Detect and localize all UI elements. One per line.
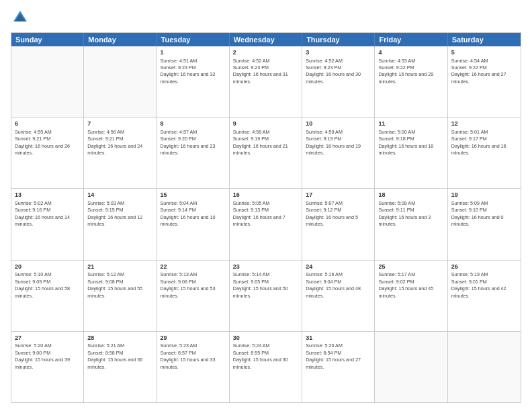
- day-info: Sunrise: 4:53 AM Sunset: 9:22 PM Dayligh…: [378, 58, 443, 86]
- day-info: Sunrise: 5:05 AM Sunset: 9:13 PM Dayligh…: [233, 200, 298, 228]
- day-number: 20: [15, 263, 80, 271]
- calendar-cell: 29Sunrise: 5:23 AM Sunset: 8:57 PM Dayli…: [157, 332, 230, 402]
- day-info: Sunrise: 4:58 AM Sunset: 9:19 PM Dayligh…: [233, 129, 298, 157]
- weekday-header: Wednesday: [230, 33, 302, 46]
- day-number: 14: [87, 191, 152, 199]
- calendar-cell: 23Sunrise: 5:14 AM Sunset: 9:05 PM Dayli…: [230, 261, 302, 331]
- calendar-cell: 21Sunrise: 5:12 AM Sunset: 9:08 PM Dayli…: [84, 261, 157, 331]
- day-number: 7: [87, 120, 152, 128]
- day-info: Sunrise: 5:17 AM Sunset: 9:02 PM Dayligh…: [378, 271, 443, 300]
- day-info: Sunrise: 5:23 AM Sunset: 8:57 PM Dayligh…: [161, 342, 226, 371]
- calendar-cell: 9Sunrise: 4:58 AM Sunset: 9:19 PM Daylig…: [230, 118, 302, 188]
- day-info: Sunrise: 5:03 AM Sunset: 9:15 PM Dayligh…: [87, 200, 152, 228]
- day-info: Sunrise: 5:20 AM Sunset: 9:00 PM Dayligh…: [15, 342, 80, 371]
- header: [11, 8, 521, 27]
- calendar-cell: 25Sunrise: 5:17 AM Sunset: 9:02 PM Dayli…: [375, 261, 447, 331]
- calendar-cell: 5Sunrise: 4:54 AM Sunset: 9:22 PM Daylig…: [448, 46, 521, 117]
- day-number: 8: [161, 120, 226, 128]
- day-number: 15: [161, 191, 226, 199]
- day-number: 31: [306, 334, 371, 342]
- calendar-cell: 26Sunrise: 5:19 AM Sunset: 9:01 PM Dayli…: [448, 261, 521, 331]
- day-number: 26: [451, 263, 517, 271]
- calendar-row: 27Sunrise: 5:20 AM Sunset: 9:00 PM Dayli…: [11, 331, 521, 402]
- calendar-cell: 2Sunrise: 4:52 AM Sunset: 9:23 PM Daylig…: [230, 46, 302, 117]
- weekday-header: Friday: [375, 33, 447, 46]
- day-info: Sunrise: 4:52 AM Sunset: 9:23 PM Dayligh…: [306, 58, 371, 86]
- day-number: 17: [306, 191, 371, 199]
- weekday-header: Sunday: [11, 33, 84, 46]
- day-number: 24: [306, 263, 371, 271]
- day-number: 4: [378, 48, 443, 57]
- calendar-cell: 31Sunrise: 5:26 AM Sunset: 8:54 PM Dayli…: [302, 332, 375, 402]
- day-info: Sunrise: 4:51 AM Sunset: 9:23 PM Dayligh…: [161, 58, 226, 86]
- calendar-cell: [11, 46, 84, 117]
- weekday-header: Tuesday: [157, 33, 230, 46]
- day-number: 22: [161, 263, 226, 271]
- calendar-cell: [84, 46, 157, 117]
- day-number: 10: [306, 120, 371, 128]
- day-info: Sunrise: 4:59 AM Sunset: 9:19 PM Dayligh…: [306, 129, 371, 157]
- calendar-cell: 19Sunrise: 5:09 AM Sunset: 9:10 PM Dayli…: [448, 189, 521, 259]
- calendar-row: 13Sunrise: 5:02 AM Sunset: 9:16 PM Dayli…: [11, 188, 521, 259]
- day-info: Sunrise: 5:02 AM Sunset: 9:16 PM Dayligh…: [15, 200, 80, 228]
- day-number: 11: [378, 120, 443, 128]
- calendar-cell: 18Sunrise: 5:08 AM Sunset: 9:11 PM Dayli…: [375, 189, 447, 259]
- calendar-cell: 16Sunrise: 5:05 AM Sunset: 9:13 PM Dayli…: [230, 189, 302, 259]
- day-number: 12: [451, 120, 517, 128]
- calendar-cell: 14Sunrise: 5:03 AM Sunset: 9:15 PM Dayli…: [84, 189, 157, 259]
- day-number: 30: [233, 334, 298, 342]
- day-info: Sunrise: 4:56 AM Sunset: 9:21 PM Dayligh…: [87, 129, 152, 157]
- calendar-cell: 27Sunrise: 5:20 AM Sunset: 9:00 PM Dayli…: [11, 332, 84, 402]
- day-info: Sunrise: 4:54 AM Sunset: 9:22 PM Dayligh…: [451, 58, 517, 86]
- calendar-cell: 12Sunrise: 5:01 AM Sunset: 9:17 PM Dayli…: [448, 118, 521, 188]
- day-info: Sunrise: 5:24 AM Sunset: 8:55 PM Dayligh…: [233, 342, 298, 371]
- day-info: Sunrise: 5:19 AM Sunset: 9:01 PM Dayligh…: [451, 271, 517, 300]
- day-info: Sunrise: 4:55 AM Sunset: 9:21 PM Dayligh…: [15, 129, 80, 157]
- day-number: 27: [15, 334, 80, 342]
- day-number: 29: [161, 334, 226, 342]
- day-number: 18: [378, 191, 443, 199]
- calendar-body: 1Sunrise: 4:51 AM Sunset: 9:23 PM Daylig…: [11, 46, 521, 402]
- day-info: Sunrise: 5:13 AM Sunset: 9:06 PM Dayligh…: [161, 271, 226, 300]
- day-info: Sunrise: 5:12 AM Sunset: 9:08 PM Dayligh…: [87, 271, 152, 300]
- calendar-cell: 3Sunrise: 4:52 AM Sunset: 9:23 PM Daylig…: [302, 46, 375, 117]
- calendar-cell: 28Sunrise: 5:21 AM Sunset: 8:58 PM Dayli…: [84, 332, 157, 402]
- calendar-cell: 24Sunrise: 5:16 AM Sunset: 9:04 PM Dayli…: [302, 261, 375, 331]
- day-number: 13: [15, 191, 80, 199]
- calendar-header: SundayMondayTuesdayWednesdayThursdayFrid…: [11, 33, 521, 46]
- calendar-cell: 30Sunrise: 5:24 AM Sunset: 8:55 PM Dayli…: [230, 332, 302, 402]
- day-info: Sunrise: 5:09 AM Sunset: 9:10 PM Dayligh…: [451, 200, 517, 228]
- calendar-cell: 22Sunrise: 5:13 AM Sunset: 9:06 PM Dayli…: [157, 261, 230, 331]
- calendar-cell: [375, 332, 447, 402]
- day-info: Sunrise: 5:16 AM Sunset: 9:04 PM Dayligh…: [306, 271, 371, 300]
- day-info: Sunrise: 5:21 AM Sunset: 8:58 PM Dayligh…: [87, 342, 152, 371]
- calendar: SundayMondayTuesdayWednesdayThursdayFrid…: [11, 32, 521, 403]
- logo: [11, 8, 32, 27]
- day-number: 21: [87, 263, 152, 271]
- day-info: Sunrise: 5:01 AM Sunset: 9:17 PM Dayligh…: [451, 129, 517, 157]
- calendar-cell: 10Sunrise: 4:59 AM Sunset: 9:19 PM Dayli…: [302, 118, 375, 188]
- calendar-row: 20Sunrise: 5:10 AM Sunset: 9:09 PM Dayli…: [11, 260, 521, 331]
- calendar-cell: 7Sunrise: 4:56 AM Sunset: 9:21 PM Daylig…: [84, 118, 157, 188]
- day-number: 25: [378, 263, 443, 271]
- calendar-cell: 6Sunrise: 4:55 AM Sunset: 9:21 PM Daylig…: [11, 118, 84, 188]
- day-number: 3: [306, 48, 371, 57]
- day-info: Sunrise: 4:57 AM Sunset: 9:20 PM Dayligh…: [161, 129, 226, 157]
- day-number: 2: [233, 48, 298, 57]
- calendar-cell: 4Sunrise: 4:53 AM Sunset: 9:22 PM Daylig…: [375, 46, 447, 117]
- calendar-cell: 8Sunrise: 4:57 AM Sunset: 9:20 PM Daylig…: [157, 118, 230, 188]
- day-info: Sunrise: 5:00 AM Sunset: 9:18 PM Dayligh…: [378, 129, 443, 157]
- weekday-header: Monday: [84, 33, 157, 46]
- day-info: Sunrise: 5:07 AM Sunset: 9:12 PM Dayligh…: [306, 200, 371, 228]
- day-info: Sunrise: 4:52 AM Sunset: 9:23 PM Dayligh…: [233, 58, 298, 86]
- calendar-row: 1Sunrise: 4:51 AM Sunset: 9:23 PM Daylig…: [11, 46, 521, 117]
- calendar-row: 6Sunrise: 4:55 AM Sunset: 9:21 PM Daylig…: [11, 117, 521, 188]
- calendar-cell: 17Sunrise: 5:07 AM Sunset: 9:12 PM Dayli…: [302, 189, 375, 259]
- day-number: 6: [15, 120, 80, 128]
- calendar-cell: 1Sunrise: 4:51 AM Sunset: 9:23 PM Daylig…: [157, 46, 230, 117]
- calendar-cell: 13Sunrise: 5:02 AM Sunset: 9:16 PM Dayli…: [11, 189, 84, 259]
- day-number: 9: [233, 120, 298, 128]
- day-number: 28: [87, 334, 152, 342]
- page: SundayMondayTuesdayWednesdayThursdayFrid…: [0, 0, 532, 411]
- weekday-header: Thursday: [302, 33, 375, 46]
